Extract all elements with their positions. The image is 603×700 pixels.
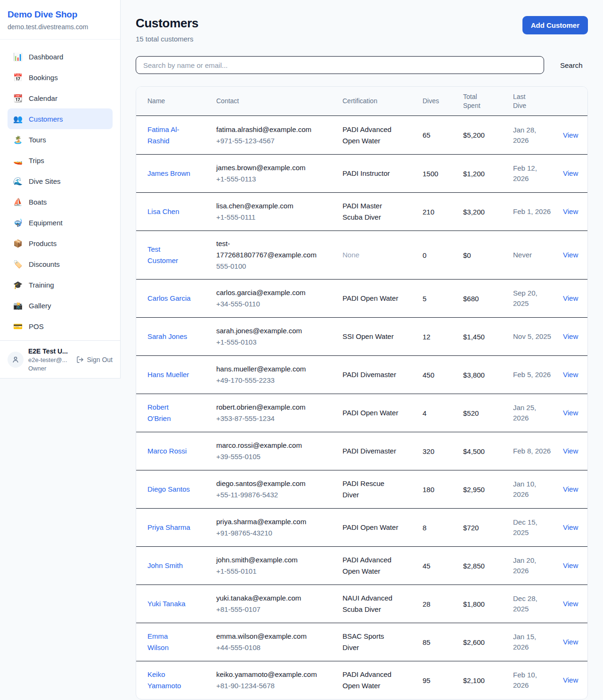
sidebar-item-bookings[interactable]: 📅 Bookings (8, 67, 113, 88)
page: Demo Dive Shop demo.test.divestreams.com… (0, 0, 603, 700)
sidebar-item-pos[interactable]: 💳 POS (8, 316, 113, 337)
customer-contact: lisa.chen@example.com +1-555-0111 (216, 200, 331, 223)
view-link[interactable]: View (563, 485, 578, 493)
nav-item-icon: 📦 (13, 239, 23, 248)
customer-phone: +55-11-99876-5432 (216, 489, 331, 501)
view-link[interactable]: View (563, 561, 578, 569)
view-link[interactable]: View (563, 600, 578, 608)
customer-name-link[interactable]: James Brown (147, 168, 190, 179)
nav-item-label: Tours (29, 136, 46, 144)
customer-name-link[interactable]: Test Customer (147, 244, 191, 266)
customer-name-link[interactable]: Carlos Garcia (147, 293, 191, 304)
customer-email: john.smith@example.com (216, 554, 326, 566)
sidebar-item-tours[interactable]: 🏝️ Tours (8, 129, 113, 150)
nav-item-label: Dive Sites (29, 177, 61, 185)
customer-name-link[interactable]: Emma Wilson (147, 631, 191, 653)
customer-email: keiko.yamamoto@example.com (216, 669, 326, 680)
customer-name-link[interactable]: Sarah Jones (147, 331, 187, 342)
sidebar-item-boats[interactable]: ⛵ Boats (8, 191, 113, 212)
customer-email: test-1772681807767@example.com (216, 238, 326, 261)
nav-item-label: POS (29, 322, 44, 330)
nav-item-label: Gallery (29, 302, 51, 310)
customer-contact: hans.mueller@example.com +49-170-555-223… (216, 363, 331, 386)
customer-total-spent: $520 (463, 409, 502, 417)
column-header-certification: Certification (342, 97, 411, 106)
sign-out-button[interactable]: Sign Out (76, 356, 113, 363)
sidebar-item-trips[interactable]: 🚤 Trips (8, 150, 113, 171)
column-header-total-spent: Total Spent (463, 92, 485, 110)
sidebar-item-dashboard[interactable]: 📊 Dashboard (8, 46, 113, 67)
view-link[interactable]: View (563, 332, 578, 340)
customer-email: lisa.chen@example.com (216, 200, 326, 212)
customer-last-dive: Feb 12, 2026 (513, 163, 552, 184)
customer-row: James Brown james.brown@example.com +1-5… (136, 154, 587, 192)
view-link[interactable]: View (563, 207, 578, 215)
customer-contact: carlos.garcia@example.com +34-555-0110 (216, 287, 331, 310)
view-link[interactable]: View (563, 371, 578, 379)
customer-total-spent: $2,100 (463, 676, 502, 684)
main-content: Customers 15 total customers Add Custome… (121, 0, 603, 700)
customer-dives: 45 (423, 562, 452, 570)
customer-phone: +1-555-0111 (216, 212, 331, 223)
sidebar-item-calendar[interactable]: 📆 Calendar (8, 88, 113, 108)
sidebar-item-customers[interactable]: 👥 Customers (8, 108, 113, 129)
view-link[interactable]: View (563, 676, 578, 684)
customer-last-dive: Dec 15, 2025 (513, 517, 552, 538)
nav-item-icon: 📅 (13, 73, 23, 82)
nav-item-icon: 💳 (13, 322, 23, 331)
view-link[interactable]: View (563, 409, 578, 417)
user-avatar-icon (11, 355, 20, 364)
sidebar-item-training[interactable]: 🎓 Training (8, 274, 113, 295)
customer-name-link[interactable]: Yuki Tanaka (147, 598, 186, 609)
view-link[interactable]: View (563, 251, 578, 259)
customer-phone: +81-555-0107 (216, 604, 331, 615)
customer-phone: +353-87-555-1234 (216, 413, 331, 424)
customer-row: Sarah Jones sarah.jones@example.com +1-5… (136, 317, 587, 355)
view-link[interactable]: View (563, 447, 578, 455)
customer-name-link[interactable]: Lisa Chen (147, 206, 179, 217)
customer-contact: test-1772681807767@example.com 555-0100 (216, 238, 331, 272)
customer-count: 15 total customers (136, 35, 198, 43)
customer-email: robert.obrien@example.com (216, 402, 326, 413)
customer-total-spent: $2,850 (463, 562, 502, 570)
customer-total-spent: $3,800 (463, 371, 502, 379)
customer-contact: yuki.tanaka@example.com +81-555-0107 (216, 593, 331, 615)
search-button[interactable]: Search (557, 61, 586, 70)
user-info: E2E Test U... e2e-tester@... Owner (28, 347, 72, 372)
sidebar-item-products[interactable]: 📦 Products (8, 233, 113, 254)
customer-dives: 450 (423, 371, 452, 379)
sidebar-item-dive-sites[interactable]: 🌊 Dive Sites (8, 171, 113, 191)
customer-last-dive: Feb 8, 2026 (513, 446, 552, 456)
sidebar-item-gallery[interactable]: 📸 Gallery (8, 295, 113, 316)
customer-name-link[interactable]: Keiko Yamamoto (147, 669, 191, 692)
view-link[interactable]: View (563, 169, 578, 177)
customer-name-link[interactable]: Hans Mueller (147, 369, 189, 380)
view-link[interactable]: View (563, 523, 578, 531)
customer-name-link[interactable]: Marco Rossi (147, 445, 187, 457)
customer-name-link[interactable]: John Smith (147, 560, 183, 571)
view-link[interactable]: View (563, 294, 578, 302)
search-input[interactable] (136, 56, 544, 74)
nav-item-icon: 🎓 (13, 280, 23, 289)
customer-dives: 4 (423, 409, 452, 417)
add-customer-button[interactable]: Add Customer (522, 16, 588, 34)
view-link[interactable]: View (563, 638, 578, 646)
customer-contact: diego.santos@example.com +55-11-99876-54… (216, 478, 331, 501)
customer-name-link[interactable]: Priya Sharma (147, 522, 190, 533)
user-role: Owner (28, 365, 72, 372)
nav-item-icon: 🚤 (13, 156, 23, 165)
view-link[interactable]: View (563, 131, 578, 139)
sidebar-item-discounts[interactable]: 🏷️ Discounts (8, 254, 113, 274)
customer-phone: 555-0100 (216, 261, 331, 272)
customer-last-dive: Jan 28, 2026 (513, 125, 552, 146)
customer-last-dive: Feb 5, 2026 (513, 370, 552, 380)
table-header-row: Name Contact Certification Dives Total S… (136, 87, 587, 116)
customer-certification: PADI Open Water (342, 407, 401, 419)
customer-name-link[interactable]: Diego Santos (147, 484, 190, 495)
customer-name-link[interactable]: Fatima Al-Rashid (147, 124, 191, 147)
customer-certification: SSI Open Water (342, 331, 401, 342)
customer-name-link[interactable]: Robert O'Brien (147, 402, 191, 424)
customer-certification: PADI Divemaster (342, 445, 401, 457)
sidebar-item-equipment[interactable]: 🤿 Equipment (8, 212, 113, 233)
customer-dives: 210 (423, 208, 452, 216)
